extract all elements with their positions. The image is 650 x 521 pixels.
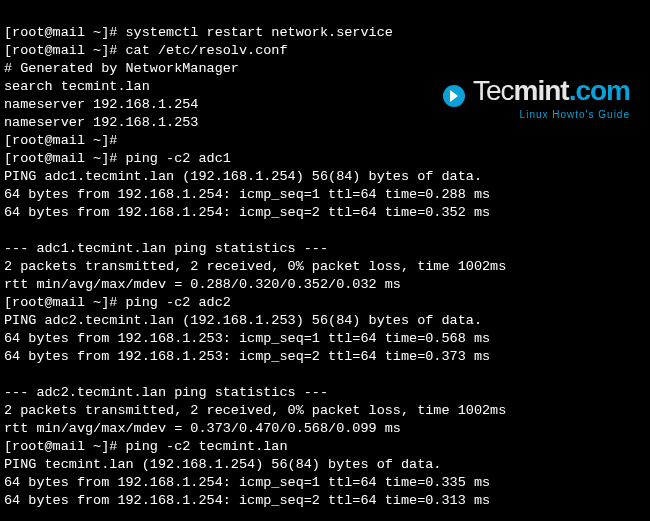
output-line: [root@mail ~]# systemctl restart network… [4,25,393,40]
output-line: [root@mail ~]# ping -c2 adc1 [4,151,231,166]
output-line: # Generated by NetworkManager [4,61,239,76]
output-line: 64 bytes from 192.168.1.254: icmp_seq=2 … [4,205,490,220]
output-line: --- adc2.tecmint.lan ping statistics --- [4,385,328,400]
output-line: search tecmint.lan [4,79,150,94]
output-line: [root@mail ~]# [4,133,117,148]
output-line: [root@mail ~]# cat /etc/resolv.conf [4,43,288,58]
output-line: 2 packets transmitted, 2 received, 0% pa… [4,259,506,274]
output-line: PING adc1.tecmint.lan (192.168.1.254) 56… [4,169,482,184]
output-line: 64 bytes from 192.168.1.253: icmp_seq=1 … [4,331,490,346]
output-line: 2 packets transmitted, 2 received, 0% pa… [4,403,506,418]
output-line: --- adc1.tecmint.lan ping statistics --- [4,241,328,256]
terminal-output[interactable]: [root@mail ~]# systemctl restart network… [0,0,650,521]
output-line: [root@mail ~]# ping -c2 tecmint.lan [4,439,288,454]
output-line: [root@mail ~]# ping -c2 adc2 [4,295,231,310]
output-line: PING tecmint.lan (192.168.1.254) 56(84) … [4,457,441,472]
output-line: 64 bytes from 192.168.1.254: icmp_seq=1 … [4,187,490,202]
output-line: 64 bytes from 192.168.1.254: icmp_seq=2 … [4,493,490,508]
output-line: 64 bytes from 192.168.1.253: icmp_seq=2 … [4,349,490,364]
output-line: PING adc2.tecmint.lan (192.168.1.253) 56… [4,313,482,328]
output-line: nameserver 192.168.1.253 [4,115,198,130]
output-line: rtt min/avg/max/mdev = 0.288/0.320/0.352… [4,277,401,292]
output-line: rtt min/avg/max/mdev = 0.373/0.470/0.568… [4,421,401,436]
output-line: nameserver 192.168.1.254 [4,97,198,112]
output-line: 64 bytes from 192.168.1.254: icmp_seq=1 … [4,475,490,490]
